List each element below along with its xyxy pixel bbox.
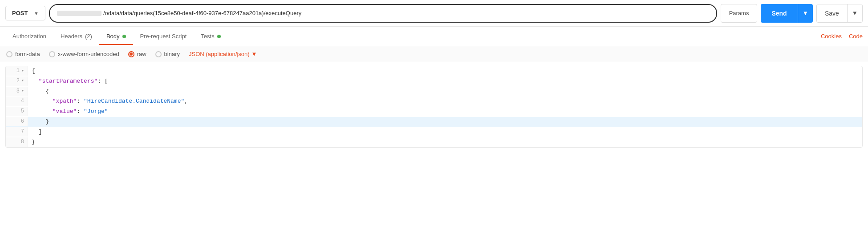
- method-chevron-icon: ▼: [34, 11, 39, 16]
- line-arrow-3: ▾: [21, 88, 24, 95]
- line-gutter-5: 5: [6, 107, 28, 116]
- radio-raw-circle: [128, 51, 134, 57]
- radio-urlencoded-label: x-www-form-urlencoded: [58, 51, 119, 57]
- tabs-left: Authorization Headers (2) Body Pre-reque…: [5, 28, 821, 45]
- method-dropdown[interactable]: POST ▼: [5, 6, 45, 20]
- top-bar: POST ▼ /odata/data/queries(15ce8e50-deaf…: [0, 0, 868, 27]
- tabs-bar: Authorization Headers (2) Body Pre-reque…: [0, 27, 868, 46]
- line-content-6: }: [28, 117, 862, 127]
- radio-binary[interactable]: binary: [155, 51, 180, 57]
- line-gutter-4: 4: [6, 96, 28, 106]
- tab-authorization[interactable]: Authorization: [5, 28, 53, 45]
- line-number-7: 7: [21, 128, 24, 136]
- radio-binary-label: binary: [164, 51, 180, 57]
- tab-headers[interactable]: Headers (2): [53, 28, 99, 45]
- tab-authorization-label: Authorization: [12, 33, 46, 40]
- params-button[interactable]: Params: [721, 4, 758, 23]
- save-button-group: Save ▼: [816, 4, 863, 23]
- line-gutter-2: 2▾: [6, 76, 28, 86]
- tab-tests[interactable]: Tests: [194, 28, 227, 45]
- line-content-3: {: [28, 87, 862, 97]
- line-gutter-8: 8: [6, 137, 28, 147]
- tabs-right: Cookies Code: [821, 33, 863, 40]
- tests-dot-icon: [217, 35, 221, 38]
- url-bar[interactable]: /odata/data/queries(15ce8e50-deaf-4f60-9…: [49, 4, 717, 23]
- code-line-8: 8}: [6, 137, 862, 148]
- json-type-label: JSON (application/json): [189, 51, 250, 57]
- line-number-6: 6: [21, 117, 24, 126]
- tab-pre-request-label: Pre-request Script: [140, 33, 187, 40]
- line-arrow-1: ▾: [21, 68, 24, 75]
- line-content-8: }: [28, 137, 862, 148]
- line-gutter-3: 3▾: [6, 87, 28, 96]
- save-dropdown-button[interactable]: ▼: [847, 4, 862, 22]
- tab-body-label: Body: [106, 33, 120, 40]
- line-content-1: {: [28, 66, 862, 76]
- save-chevron-icon: ▼: [852, 10, 858, 16]
- save-button[interactable]: Save: [817, 4, 847, 22]
- tab-tests-label: Tests: [201, 33, 214, 40]
- radio-form-data-circle: [6, 51, 12, 57]
- url-text: /odata/data/queries(15ce8e50-deaf-4f60-9…: [103, 10, 301, 16]
- code-line-1: 1▾{: [6, 66, 862, 76]
- code-link[interactable]: Code: [849, 33, 863, 40]
- radio-x-www-form-urlencoded[interactable]: x-www-form-urlencoded: [49, 51, 119, 57]
- body-dot-icon: [122, 35, 126, 38]
- json-type-chevron-icon: ▼: [251, 51, 257, 57]
- tab-pre-request[interactable]: Pre-request Script: [133, 28, 194, 45]
- code-line-7: 7 ]: [6, 127, 862, 137]
- line-number-1: 1: [16, 67, 20, 75]
- line-number-4: 4: [21, 97, 24, 105]
- radio-raw-label: raw: [137, 51, 146, 57]
- send-chevron-icon: ▼: [803, 10, 808, 16]
- line-content-2: "startParameters": [: [28, 76, 862, 87]
- code-line-2: 2▾ "startParameters": [: [6, 76, 862, 87]
- line-content-4: "xpath": "HireCandidate.CandidateName",: [28, 96, 862, 107]
- line-gutter-6: 6: [6, 117, 28, 126]
- code-line-6: 6 }: [6, 117, 862, 127]
- line-number-3: 3: [16, 87, 20, 96]
- code-line-5: 5 "value": "Jorge": [6, 107, 862, 117]
- json-type-dropdown[interactable]: JSON (application/json) ▼: [189, 51, 257, 57]
- tab-headers-badge: (2): [85, 33, 92, 40]
- code-line-4: 4 "xpath": "HireCandidate.CandidateName"…: [6, 96, 862, 107]
- line-number-8: 8: [21, 138, 24, 146]
- line-gutter-7: 7: [6, 127, 28, 137]
- body-type-bar: form-data x-www-form-urlencoded raw bina…: [0, 46, 868, 62]
- radio-urlencoded-circle: [49, 51, 55, 57]
- url-blurred-prefix: [57, 11, 101, 16]
- radio-raw-inner: [130, 52, 133, 56]
- line-content-7: ]: [28, 127, 862, 137]
- tab-headers-label: Headers: [61, 33, 82, 40]
- line-gutter-1: 1▾: [6, 66, 28, 76]
- send-dropdown-button[interactable]: ▼: [798, 4, 813, 23]
- line-number-2: 2: [16, 77, 20, 85]
- send-button[interactable]: Send: [761, 4, 797, 23]
- radio-raw[interactable]: raw: [128, 51, 146, 57]
- line-content-5: "value": "Jorge": [28, 107, 862, 117]
- code-editor[interactable]: 1▾{2▾ "startParameters": [3▾ {4 "xpath":…: [5, 66, 863, 148]
- radio-form-data-label: form-data: [15, 51, 40, 57]
- line-number-5: 5: [21, 107, 24, 116]
- send-button-group: Send ▼: [761, 4, 812, 23]
- cookies-link[interactable]: Cookies: [821, 33, 842, 40]
- radio-form-data[interactable]: form-data: [6, 51, 40, 57]
- code-line-3: 3▾ {: [6, 87, 862, 97]
- radio-binary-circle: [155, 51, 162, 57]
- line-arrow-2: ▾: [21, 77, 24, 84]
- tab-body[interactable]: Body: [99, 28, 133, 45]
- method-label: POST: [12, 10, 28, 16]
